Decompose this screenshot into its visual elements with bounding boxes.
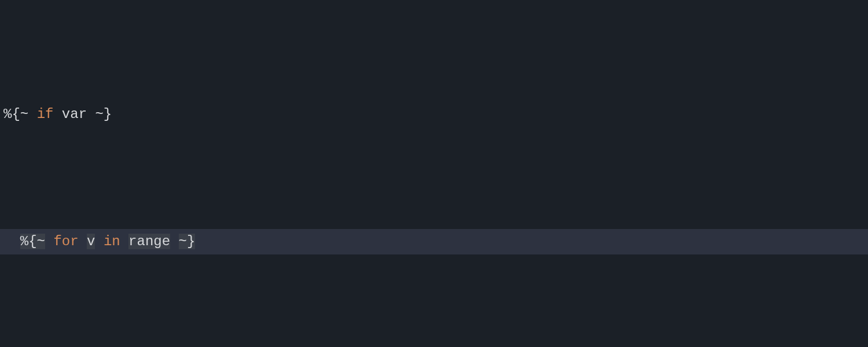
identifier-v: v [87,234,95,249]
code-editor[interactable]: %{~ if var ~} %{~ for v in range ~} %{~ … [0,0,868,347]
identifier-range: range [128,234,170,249]
template-close: ~} [179,234,196,249]
keyword-in: in [104,234,120,249]
template-open: %{~ [20,234,45,249]
identifier-var: var [62,106,87,122]
code-line-active: %{~ for v in range ~} [0,229,868,254]
code-line: %{~ if var ~} [0,102,868,127]
keyword-if: if [37,106,54,122]
template-close: ~} [95,106,112,122]
keyword-for: for [53,234,78,249]
template-open: %{~ [3,106,28,122]
